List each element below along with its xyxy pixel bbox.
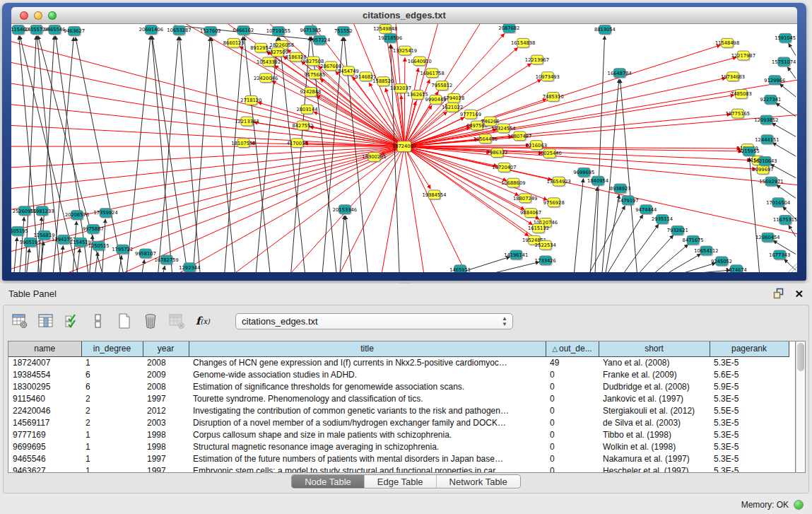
show-columns-icon[interactable] xyxy=(37,312,55,330)
graph-node[interactable]: 18807249 xyxy=(513,194,537,204)
table-cell[interactable]: Embryonic stem cells: a model to study s… xyxy=(189,465,546,473)
graph-node[interactable]: 7485083 xyxy=(731,89,752,99)
table-cell[interactable]: 14569117 xyxy=(8,416,81,428)
table-cell[interactable]: Estimation of significance thresholds fo… xyxy=(189,380,546,392)
table-cell[interactable]: 19384554 xyxy=(8,368,81,380)
graph-node[interactable]: 9465546 xyxy=(44,25,65,35)
graph-node[interactable]: 6794028 xyxy=(443,93,464,103)
table-cell[interactable]: 0 xyxy=(546,404,599,416)
graph-node[interactable]: 9463627 xyxy=(64,26,85,36)
graph-node[interactable]: 5905195 xyxy=(20,238,41,247)
graph-node[interactable]: 20564436 xyxy=(473,134,498,144)
table-cell[interactable]: 9777169 xyxy=(8,428,81,440)
select-columns-icon[interactable] xyxy=(63,312,81,330)
table-cell[interactable]: 1 xyxy=(81,465,143,473)
graph-node[interactable]: 18107553 xyxy=(231,139,255,148)
graph-node[interactable]: 8938923 xyxy=(610,184,631,194)
table-cell[interactable]: 1 xyxy=(81,428,143,440)
graph-node[interactable]: 15751074 xyxy=(772,57,796,67)
graph-node[interactable]: 1677343 xyxy=(769,250,790,260)
table-cell[interactable]: Corpus callosum shape and size in male p… xyxy=(189,428,546,440)
graph-node[interactable]: 14196141 xyxy=(504,250,528,260)
table-row[interactable]: 969969511998Structural magnetic resonanc… xyxy=(8,440,789,452)
table-cell[interactable]: Investigating the contribution of common… xyxy=(189,404,546,416)
table-cell[interactable]: 49 xyxy=(546,356,599,368)
table-cell[interactable]: 1998 xyxy=(143,428,189,440)
graph-node[interactable]: 8660123 xyxy=(223,38,245,48)
graph-node[interactable]: 6466162 xyxy=(233,25,254,35)
table-cell[interactable]: 9699695 xyxy=(8,440,81,452)
table-row[interactable]: 946554611997Estimation of the future num… xyxy=(8,452,789,465)
scrollbar-thumb[interactable] xyxy=(797,343,804,371)
graph-node[interactable]: 1591045 xyxy=(775,33,796,43)
table-row[interactable]: 977716911998Corpus callosum shape and si… xyxy=(8,428,789,440)
float-panel-icon[interactable] xyxy=(773,288,784,299)
graph-node[interactable]: 17016504 xyxy=(766,198,790,208)
node-table[interactable]: namein_degreeyeartitle△out_de...shortpag… xyxy=(8,341,796,473)
table-cell[interactable]: Stergiakouli et al. (2012) xyxy=(599,404,710,416)
graph-node[interactable]: 9699695 xyxy=(573,168,594,177)
graph-node[interactable]: 19734683 xyxy=(721,72,745,82)
graph-node[interactable]: 11675315 xyxy=(773,216,797,226)
graph-node[interactable]: 10654112 xyxy=(694,246,718,256)
graph-node[interactable]: 6216063 xyxy=(526,141,547,151)
graph-node[interactable]: 12549848 xyxy=(373,24,397,34)
graph-node[interactable]: 6479197 xyxy=(618,196,639,206)
graph-node[interactable]: 9975887 xyxy=(83,224,104,234)
graph-node[interactable]: 751552 xyxy=(334,26,353,36)
table-settings-icon[interactable] xyxy=(11,312,29,330)
table-cell[interactable]: Changes of HCN gene expression and I(f) … xyxy=(189,356,546,368)
graph-node[interactable]: 1795722 xyxy=(112,245,133,255)
graph-node[interactable]: 17359924 xyxy=(93,209,117,218)
table-cell[interactable]: 1997 xyxy=(143,392,189,404)
graph-node[interactable]: 8215955 xyxy=(739,147,760,157)
graph-node[interactable]: 20691406 xyxy=(139,25,163,35)
table-cell[interactable]: 0 xyxy=(546,392,599,404)
table-cell[interactable]: Disruption of a novel member of a sodium… xyxy=(189,416,546,428)
table-cell[interactable]: Jankovic et al. (1997) xyxy=(599,392,710,404)
graph-node[interactable]: 9129966 xyxy=(764,76,785,86)
table-cell[interactable]: 9115460 xyxy=(8,392,81,404)
table-cell[interactable]: 5.3E-5 xyxy=(710,356,789,368)
table-cell[interactable]: 0 xyxy=(546,440,599,452)
table-cell[interactable]: Nakamura et al. (1997) xyxy=(599,452,710,465)
table-cell[interactable]: 0 xyxy=(546,380,599,392)
graph-node[interactable]: 1733426 xyxy=(535,256,556,266)
graph-node[interactable]: 1292344 xyxy=(179,263,200,272)
graph-node[interactable]: 18720407 xyxy=(492,163,516,173)
column-header-year[interactable]: year xyxy=(143,341,189,356)
graph-node[interactable]: 10025440 xyxy=(538,149,562,159)
graph-node[interactable]: 12213343 xyxy=(235,117,259,127)
table-cell[interactable]: 0 xyxy=(546,368,599,380)
close-panel-icon[interactable]: ✕ xyxy=(794,288,804,299)
table-row[interactable]: 946362711997Embryonic stem cells: a mode… xyxy=(8,465,789,473)
graph-node[interactable]: 2522534 xyxy=(535,240,556,250)
graph-node[interactable]: 8505195 xyxy=(11,226,28,236)
table-row[interactable]: 911546021997Tourette syndrome. Phenomeno… xyxy=(8,392,789,404)
table-cell[interactable]: 0 xyxy=(546,452,599,465)
graph-node[interactable]: 4170035 xyxy=(287,139,308,148)
graph-node[interactable]: 19384554 xyxy=(422,190,446,200)
table-cell[interactable]: 9465546 xyxy=(8,452,81,465)
minimize-window-button[interactable] xyxy=(34,11,42,20)
table-cell[interactable]: 2 xyxy=(81,416,143,428)
create-table-icon[interactable] xyxy=(115,312,134,330)
table-cell[interactable]: 6 xyxy=(81,368,143,380)
graph-node[interactable]: 10653287 xyxy=(167,25,191,35)
graph-node[interactable]: 12213967 xyxy=(525,55,549,65)
table-cell[interactable]: Tibbo et al. (1998) xyxy=(599,428,710,440)
graph-node[interactable]: 2935114 xyxy=(652,215,673,225)
table-cell[interactable]: Genome-wide association studies in ADHD. xyxy=(189,368,546,380)
table-cell[interactable]: 2003 xyxy=(143,416,189,428)
graph-node[interactable]: 18775165 xyxy=(726,109,750,119)
graph-node[interactable]: 12060454 xyxy=(755,233,779,243)
graph-node[interactable]: 13325419 xyxy=(393,46,417,56)
table-cell[interactable]: Yano et al. (2008) xyxy=(599,356,710,368)
graph-node[interactable]: 9884067 xyxy=(520,209,541,218)
graph-node[interactable]: 11548498 xyxy=(715,38,739,48)
graph-node[interactable]: 20206576 xyxy=(65,211,89,221)
graph-node[interactable]: 16961758 xyxy=(420,69,444,78)
table-cell[interactable]: 5.3E-5 xyxy=(710,440,789,452)
graph-node[interactable]: 8471675 xyxy=(683,235,704,245)
graph-node[interactable]: 2803144 xyxy=(297,105,318,115)
